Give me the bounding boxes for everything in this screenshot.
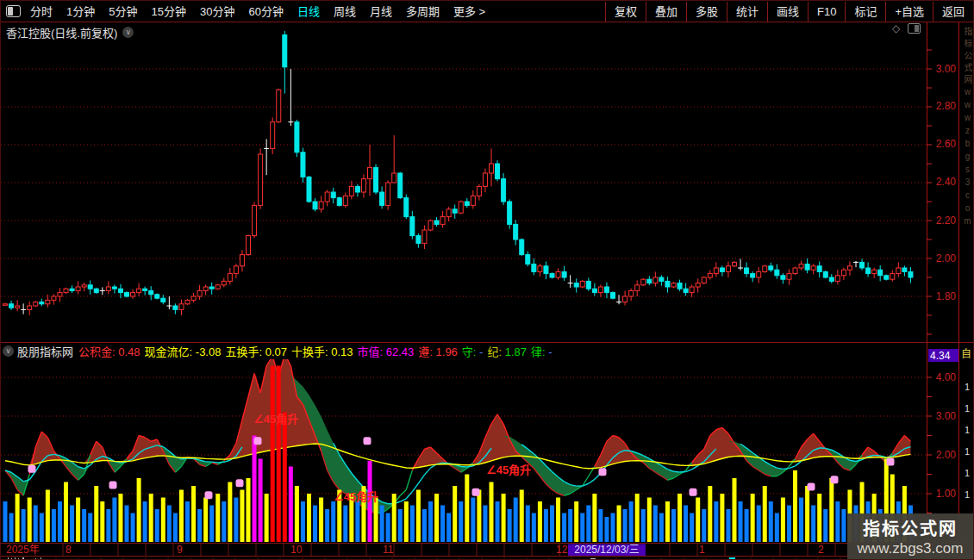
candlestick-series: [3, 31, 913, 315]
signal-dot: [364, 437, 371, 445]
indicator-axis-label: 2.00: [936, 449, 957, 461]
signal-dot: [599, 468, 607, 476]
right-strip-char: 自: [961, 345, 971, 360]
period-tab-2[interactable]: 5分钟: [102, 2, 144, 22]
indicator-field-6: 守: -: [462, 345, 484, 358]
indicator-axis-label: 3.00: [936, 410, 957, 422]
annotation-label: ∠45角升: [253, 413, 298, 426]
trading-app-window: 分时1分钟5分钟15分钟30分钟60分钟日线周线月线多周期更多 > 复权叠加多股…: [0, 0, 974, 560]
period-tab-10[interactable]: 更多 >: [446, 2, 492, 22]
indicator-axis-label: 4.00: [936, 371, 957, 383]
signal-dot: [831, 476, 839, 483]
date-axis-label: 2025年: [6, 544, 40, 556]
date-cursor-label: 2025/12/03/三: [574, 544, 639, 556]
tool-button-0[interactable]: 复权: [605, 2, 646, 22]
date-axis-label: 9: [177, 544, 183, 556]
period-tab-8[interactable]: 月线: [363, 2, 399, 22]
signal-dot: [109, 482, 117, 489]
tool-button-5[interactable]: F10: [808, 2, 845, 22]
price-axis-label: 2.00: [936, 252, 957, 264]
right-strip-vertical-text: 指标公式网wwwzbgs3com: [961, 27, 974, 337]
indicator-last-value: 4.34: [930, 350, 951, 362]
chart-title[interactable]: 香江控股(日线.前复权) ∨: [6, 24, 134, 40]
signal-dot: [205, 491, 213, 499]
period-tab-3[interactable]: 15分钟: [144, 2, 192, 22]
indicator-field-4: 市值: 62.43: [358, 345, 415, 358]
annotation-label: ∠45角升: [334, 490, 378, 503]
indicator-panel: ∠45角升∠45角升∠45角升: [1, 354, 927, 542]
period-tab-6[interactable]: 日线: [290, 2, 327, 22]
tool-button-8[interactable]: 返回: [933, 2, 973, 22]
indicator-name[interactable]: 股朋指标网: [17, 344, 73, 358]
indicator-chevron-icon[interactable]: ∨: [3, 345, 14, 357]
indicator-field-8: 律: -: [531, 345, 553, 358]
chart-corner-icons: ◇: [892, 22, 921, 34]
indicator-header: ∨ 股朋指标网 公积金: 0.48现金流亿: -3.08五换手: 0.07十换手…: [1, 344, 927, 358]
signal-dot: [236, 479, 244, 487]
tool-button-1[interactable]: 叠加: [646, 2, 686, 22]
price-axis-label: 2.40: [936, 176, 957, 188]
indicator-axis-label: 1.00: [936, 488, 957, 500]
price-axis-label: 2.60: [936, 138, 957, 150]
date-axis-label: 11: [383, 544, 394, 556]
signal-dot: [690, 488, 697, 496]
split-window-icon[interactable]: [908, 23, 921, 34]
indicator-field-1: 现金流亿: -3.08: [145, 345, 222, 358]
period-tab-5[interactable]: 60分钟: [241, 2, 290, 22]
date-axis-label: 10: [290, 544, 303, 556]
chart-canvas[interactable]: ∠45角升∠45角升∠45角升3.002.802.602.402.202.001…: [1, 1, 974, 560]
tool-button-2[interactable]: 多股: [686, 2, 727, 22]
date-axis-label: 8: [66, 544, 72, 556]
signal-dot: [28, 465, 36, 473]
watermark-title: 指标公式网: [863, 515, 958, 540]
tool-button-7[interactable]: +自选: [885, 2, 933, 22]
period-tab-9[interactable]: 多周期: [399, 2, 446, 22]
tool-button-3[interactable]: 统计: [727, 2, 767, 22]
signal-dot: [808, 482, 815, 490]
indicator-values: 公积金: 0.48现金流亿: -3.08五换手: 0.07十换手: 0.13市值…: [78, 344, 557, 358]
panel-toggle-icon[interactable]: [6, 5, 21, 17]
tool-button-4[interactable]: 画线: [767, 2, 808, 22]
signal-dot: [254, 437, 262, 445]
price-axis-label: 3.00: [936, 63, 957, 75]
indicator-field-2: 五换手: 0.07: [225, 345, 287, 358]
indicator-field-7: 纪: 1.87: [487, 345, 527, 358]
period-tab-1[interactable]: 1分钟: [59, 2, 102, 22]
period-tab-4[interactable]: 30分钟: [193, 2, 241, 22]
price-axis-label: 2.80: [936, 100, 957, 112]
indicator-field-0: 公积金: 0.48: [78, 345, 140, 358]
signal-dot: [887, 458, 895, 466]
price-axis-label: 1.80: [936, 290, 957, 302]
period-tab-0[interactable]: 分时: [23, 2, 59, 22]
annotation-label: ∠45角升: [486, 464, 531, 476]
chevron-down-icon[interactable]: ∨: [122, 27, 134, 38]
top-toolbar: 分时1分钟5分钟15分钟30分钟60分钟日线周线月线多周期更多 > 复权叠加多股…: [1, 1, 973, 22]
date-axis-label: 2: [818, 544, 824, 556]
main-grid: [1, 69, 927, 296]
signal-dot: [472, 488, 480, 496]
tools-menu: 复权叠加多股统计画线F10标记+自选返回: [605, 1, 973, 22]
tool-button-6[interactable]: 标记: [845, 2, 885, 22]
period-tab-7[interactable]: 周线: [327, 2, 363, 22]
price-axis-label: 2.20: [936, 215, 957, 227]
watermark-url: www.zbgs3.com: [858, 540, 964, 557]
indicator-field-3: 十换手: 0.13: [291, 345, 353, 358]
diamond-icon[interactable]: ◇: [892, 22, 900, 34]
chart-title-label: 香江控股(日线.前复权): [6, 24, 117, 40]
right-strip-digits: 111111: [965, 376, 970, 506]
period-menu: 分时1分钟5分钟15分钟30分钟60分钟日线周线月线多周期更多 >: [1, 1, 492, 22]
date-axis-label: 1: [699, 544, 705, 556]
date-axis-label: 12: [556, 544, 568, 556]
site-watermark: 指标公式网 www.zbgs3.com: [847, 513, 973, 559]
indicator-field-5: 遵: 1.96: [418, 345, 458, 358]
